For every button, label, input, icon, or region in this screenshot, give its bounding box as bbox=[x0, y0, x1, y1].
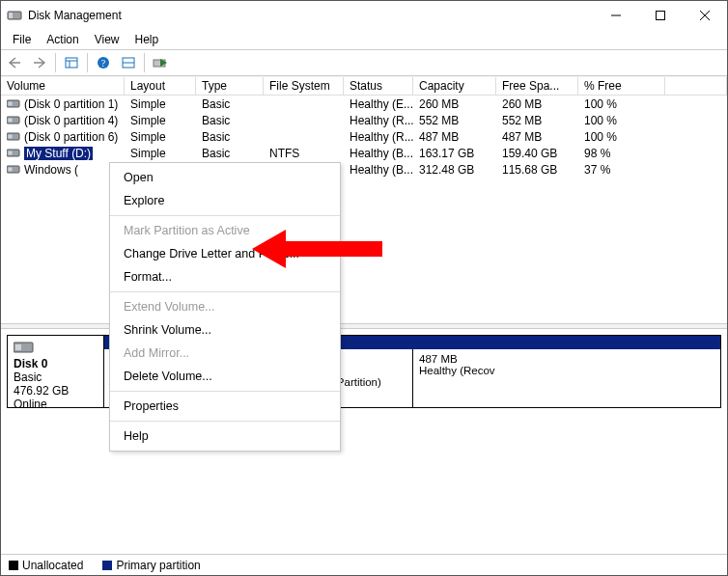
table-row[interactable]: My Stuff (D:)SimpleBasicNTFSHealthy (B..… bbox=[1, 145, 727, 161]
help-icon[interactable]: ? bbox=[92, 52, 115, 73]
cell-status: Healthy (B... bbox=[344, 163, 413, 177]
legend-unallocated: Unallocated bbox=[9, 559, 83, 572]
column-header[interactable]: % Free bbox=[578, 77, 665, 95]
cell-layout: Simple bbox=[125, 130, 196, 144]
cell-cap: 163.17 GB bbox=[413, 147, 496, 160]
table-row[interactable]: (Disk 0 partition 6)SimpleBasicHealthy (… bbox=[1, 128, 727, 145]
layout-icon[interactable] bbox=[117, 52, 140, 73]
menu-file[interactable]: File bbox=[5, 31, 39, 48]
cell-pct: 100 % bbox=[578, 97, 665, 111]
context-item[interactable]: Delete Volume... bbox=[110, 365, 340, 388]
column-header[interactable]: File System bbox=[264, 77, 344, 95]
cell-layout: Simple bbox=[125, 114, 196, 127]
context-item[interactable]: Shrink Volume... bbox=[110, 318, 340, 342]
cell-free: 260 MB bbox=[496, 97, 578, 111]
disk-info[interactable]: Disk 0 Basic 476.92 GB Online bbox=[8, 336, 104, 407]
toolbar: ? bbox=[1, 49, 727, 76]
column-header-spacer bbox=[665, 77, 727, 95]
cell-pct: 37 % bbox=[578, 163, 665, 177]
column-header[interactable]: Layout bbox=[125, 77, 196, 95]
window-title: Disk Management bbox=[28, 9, 594, 22]
cell-volume: (Disk 0 partition 4) bbox=[1, 114, 125, 127]
volume-name: My Stuff (D:) bbox=[24, 147, 93, 160]
svg-rect-21 bbox=[9, 151, 13, 154]
view-icon[interactable] bbox=[60, 52, 83, 73]
volume-icon bbox=[7, 165, 20, 175]
disk-type: Basic bbox=[14, 370, 98, 384]
context-separator bbox=[110, 215, 340, 216]
volume-name: (Disk 0 partition 6) bbox=[24, 130, 118, 144]
close-button[interactable] bbox=[683, 1, 727, 30]
volume-icon bbox=[7, 132, 20, 142]
svg-rect-3 bbox=[657, 12, 665, 20]
maximize-button[interactable] bbox=[638, 1, 683, 30]
svg-rect-1 bbox=[9, 13, 13, 18]
volume-icon bbox=[7, 116, 20, 125]
cell-layout: Simple bbox=[125, 147, 196, 160]
cell-pct: 100 % bbox=[578, 130, 665, 144]
cell-cap: 312.48 GB bbox=[413, 163, 496, 177]
table-row[interactable]: (Disk 0 partition 1)SimpleBasicHealthy (… bbox=[1, 96, 727, 112]
cell-free: 552 MB bbox=[496, 114, 578, 127]
context-item[interactable]: Explore bbox=[110, 189, 340, 212]
menu-view[interactable]: View bbox=[87, 31, 127, 48]
context-item: Extend Volume... bbox=[110, 295, 340, 318]
svg-rect-17 bbox=[9, 118, 13, 122]
legend-primary: Primary partition bbox=[102, 559, 200, 572]
volume-list-header: VolumeLayoutTypeFile SystemStatusCapacit… bbox=[1, 76, 727, 96]
cell-layout: Simple bbox=[125, 97, 196, 111]
cell-cap: 552 MB bbox=[413, 114, 496, 127]
cell-fs: NTFS bbox=[264, 147, 344, 160]
column-header[interactable]: Type bbox=[196, 77, 264, 95]
cell-status: Healthy (R... bbox=[344, 114, 413, 127]
menu-action[interactable]: Action bbox=[39, 31, 86, 48]
column-header[interactable]: Status bbox=[344, 77, 413, 95]
context-item[interactable]: Help bbox=[110, 425, 340, 448]
cell-free: 159.40 GB bbox=[496, 147, 578, 160]
volume-name: (Disk 0 partition 1) bbox=[24, 97, 118, 111]
legend: Unallocated Primary partition bbox=[1, 554, 727, 575]
volume-icon bbox=[7, 149, 20, 158]
context-item[interactable]: Open bbox=[110, 166, 340, 189]
svg-rect-19 bbox=[9, 134, 13, 138]
cell-status: Healthy (E... bbox=[344, 97, 413, 111]
minimize-button[interactable] bbox=[594, 1, 638, 30]
cell-volume: Windows ( bbox=[1, 163, 125, 177]
context-item: Mark Partition as Active bbox=[110, 219, 340, 242]
partition[interactable]: 487 MBHealthy (Recov bbox=[413, 349, 720, 407]
volume-icon bbox=[7, 99, 20, 109]
disk-icon bbox=[14, 340, 35, 355]
cell-pct: 100 % bbox=[578, 114, 665, 127]
column-header[interactable]: Capacity bbox=[413, 77, 496, 95]
cell-type: Basic bbox=[196, 147, 264, 160]
cell-type: Basic bbox=[196, 130, 264, 144]
menubar: File Action View Help bbox=[1, 30, 727, 49]
forward-button[interactable] bbox=[28, 52, 51, 73]
cell-status: Healthy (B... bbox=[344, 147, 413, 160]
svg-rect-15 bbox=[9, 101, 13, 105]
table-row[interactable]: (Disk 0 partition 4)SimpleBasicHealthy (… bbox=[1, 112, 727, 128]
titlebar: Disk Management bbox=[1, 1, 727, 30]
column-header[interactable]: Volume bbox=[1, 77, 125, 95]
cell-volume: My Stuff (D:) bbox=[1, 147, 125, 160]
cell-free: 115.68 GB bbox=[496, 163, 578, 177]
menu-help[interactable]: Help bbox=[127, 31, 167, 48]
volume-name: Windows ( bbox=[24, 163, 78, 177]
context-item[interactable]: Format... bbox=[110, 265, 340, 288]
context-separator bbox=[110, 291, 340, 292]
svg-rect-23 bbox=[9, 167, 13, 171]
context-item[interactable]: Properties bbox=[110, 395, 340, 418]
cell-status: Healthy (R... bbox=[344, 130, 413, 144]
disk-size: 476.92 GB bbox=[14, 384, 98, 398]
cell-cap: 487 MB bbox=[413, 130, 496, 144]
context-item[interactable]: Change Drive Letter and Paths... bbox=[110, 242, 340, 265]
svg-text:?: ? bbox=[101, 58, 106, 69]
action-icon[interactable] bbox=[149, 52, 172, 73]
back-button[interactable] bbox=[3, 52, 26, 73]
cell-type: Basic bbox=[196, 97, 264, 111]
cell-free: 487 MB bbox=[496, 130, 578, 144]
column-header[interactable]: Free Spa... bbox=[496, 77, 578, 95]
cell-cap: 260 MB bbox=[413, 97, 496, 111]
cell-pct: 98 % bbox=[578, 147, 665, 160]
cell-volume: (Disk 0 partition 6) bbox=[1, 130, 125, 144]
